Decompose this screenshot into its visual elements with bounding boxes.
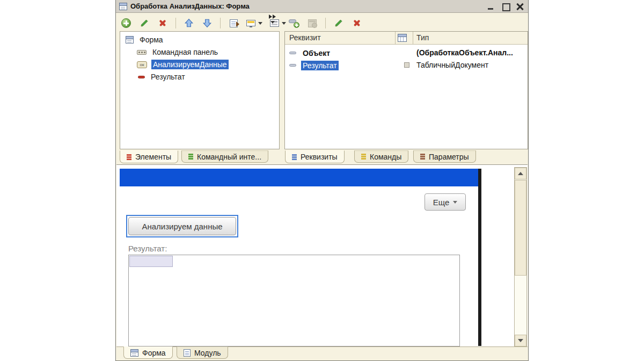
tab-label: Элементы: [135, 153, 171, 161]
checkbox-icon: [404, 62, 409, 68]
edit-pencil-icon[interactable]: [139, 18, 150, 28]
tab-label: Команды: [370, 153, 401, 161]
toolbar-separator: [220, 18, 221, 28]
tree-item-analyze-data[interactable]: ок АнализируемДанные: [137, 59, 229, 70]
command-interface-stack-icon: [188, 154, 193, 160]
preview-dropdown-icon[interactable]: [246, 18, 262, 28]
tree-item-label[interactable]: АнализируемДанные: [151, 60, 229, 69]
pencil-glyph: [140, 18, 149, 28]
ok-button-icon: ок: [137, 61, 147, 68]
column-header-type[interactable]: Тип: [416, 33, 429, 42]
command-bar-icon: [137, 50, 147, 55]
designer-window: Обработка АнализДанных: Форма: [115, 0, 529, 361]
tab-elements[interactable]: Элементы: [120, 150, 178, 163]
more-button[interactable]: Еще: [425, 193, 466, 211]
screen: Обработка АнализДанных: Форма: [0, 0, 644, 361]
tree-item-form[interactable]: Форма: [126, 34, 165, 45]
form-preview[interactable]: Еще Анализируем данные Результат:: [120, 169, 478, 346]
add-attribute-icon[interactable]: [289, 18, 299, 28]
attributes-stack-icon: [292, 154, 297, 160]
form-resize-edge[interactable]: [478, 169, 481, 346]
attribute-dash-icon: [289, 64, 296, 67]
column-divider[interactable]: [395, 32, 396, 45]
chevron-down-icon: [453, 201, 457, 204]
attributes-table[interactable]: Реквизит Тип Объект (ОбработкаОбъект.Ана…: [284, 31, 528, 149]
elements-toolbar: [121, 15, 286, 31]
table-type-icon: [398, 34, 407, 42]
close-button[interactable]: [516, 3, 524, 10]
window-titlebar[interactable]: Обработка АнализДанных: Форма: [116, 0, 528, 13]
tab-module[interactable]: Модуль: [177, 346, 228, 359]
attribute-type[interactable]: (ОбработкаОбъект.Анал...: [416, 48, 513, 57]
attribute-name[interactable]: Результат: [301, 61, 339, 70]
form-tab-icon: [130, 349, 138, 357]
analyze-data-button[interactable]: Анализируем данные: [128, 217, 236, 235]
add-icon[interactable]: [121, 18, 131, 28]
table-header[interactable]: Реквизит Тип: [285, 32, 528, 45]
result-field-label: Результат:: [128, 244, 167, 253]
tab-label: Командный инте...: [197, 153, 261, 161]
arrow-down-icon: [518, 339, 523, 342]
module-tab-icon: [184, 349, 191, 357]
table-row[interactable]: Объект (ОбработкаОбъект.Анал...: [285, 47, 528, 59]
toolbar-separator: [325, 18, 326, 28]
attribute-dash-icon: [289, 52, 296, 54]
table-row[interactable]: Результат ТабличныйДокумент: [285, 59, 528, 71]
move-up-icon[interactable]: [184, 18, 194, 28]
commands-stack-icon: [361, 154, 366, 160]
tree-item-result[interactable]: Результат: [138, 71, 187, 82]
form-preview-titlebar: [120, 169, 478, 186]
scroll-down-button[interactable]: [515, 335, 526, 346]
edit-pencil-icon[interactable]: [333, 18, 344, 28]
more-button-label: Еще: [433, 198, 450, 207]
move-down-icon[interactable]: [202, 18, 213, 28]
check-form-icon[interactable]: [228, 18, 239, 28]
delete-icon[interactable]: [352, 18, 362, 28]
tab-commands[interactable]: Команды: [354, 150, 408, 163]
tab-form[interactable]: Форма: [123, 346, 173, 359]
elements-stack-icon: [127, 154, 131, 160]
tree-item-label[interactable]: Командная панель: [151, 47, 219, 57]
vertical-scrollbar[interactable]: [514, 167, 527, 347]
column-header-attribute[interactable]: Реквизит: [289, 33, 321, 42]
bottom-tab-strip: Форма Модуль: [116, 346, 528, 360]
attribute-type[interactable]: ТабличныйДокумент: [416, 61, 488, 69]
form-window-icon: [126, 36, 134, 44]
selection-frame[interactable]: Анализируем данные: [126, 215, 238, 237]
tab-label: Параметры: [429, 153, 469, 161]
minimize-button[interactable]: [487, 3, 495, 10]
scroll-up-button[interactable]: [515, 168, 526, 179]
form-designer-area: Еще Анализируем данные Результат:: [116, 164, 528, 346]
result-spreadsheet-field[interactable]: [128, 255, 460, 346]
delete-icon[interactable]: [157, 18, 168, 28]
column-divider[interactable]: [413, 32, 413, 45]
tab-parameters[interactable]: Параметры: [413, 150, 476, 163]
tree-item-label[interactable]: Результат: [149, 72, 187, 82]
tab-attributes[interactable]: Реквизиты: [285, 150, 345, 163]
attribute-name[interactable]: Объект: [301, 48, 332, 58]
spreadsheet-cell[interactable]: [129, 256, 173, 267]
parameters-stack-icon: [420, 154, 425, 160]
tab-label: Модуль: [194, 349, 221, 357]
red-dash-icon: [138, 76, 145, 78]
arrow-up-icon: [518, 172, 523, 175]
window-title: Обработка АнализДанных: Форма: [130, 2, 250, 10]
toolbar-separator: [175, 18, 176, 28]
overflow-icon[interactable]: [269, 15, 276, 24]
maximize-button[interactable]: [502, 3, 509, 10]
tree-item-label[interactable]: Форма: [138, 35, 165, 45]
tab-label: Форма: [142, 349, 166, 357]
tab-label: Реквизиты: [301, 153, 338, 161]
attributes-toolbar: [289, 15, 362, 31]
window-form-icon: [119, 3, 127, 10]
elements-tree[interactable]: Форма Командная панель ок АнализируемДан…: [120, 31, 280, 149]
tree-item-command-bar[interactable]: Командная панель: [137, 47, 219, 57]
scrollbar-thumb[interactable]: [515, 180, 526, 276]
tab-command-interface[interactable]: Командный инте...: [181, 150, 268, 163]
add-table-attribute-icon: [307, 18, 318, 28]
